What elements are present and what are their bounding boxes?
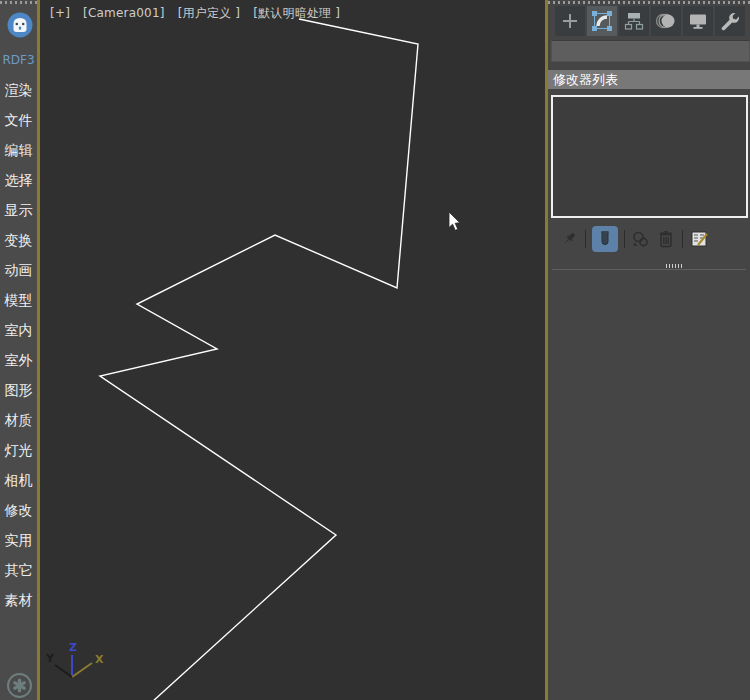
sidebar-item-camera[interactable]: 相机 <box>0 465 37 495</box>
object-name-field[interactable] <box>551 40 750 62</box>
sidebar-item-display[interactable]: 显示 <box>0 195 37 225</box>
remove-modifier-button[interactable] <box>655 228 677 250</box>
toolbar-separator <box>682 230 683 248</box>
sidebar-item-material[interactable]: 材质 <box>0 405 37 435</box>
app-window: RDF3 渲染 文件 编辑 选择 显示 变换 动画 模型 室内 室外 图形 材质… <box>0 0 750 700</box>
configure-sets-icon <box>690 230 710 248</box>
sidebar-item-utility[interactable]: 实用 <box>0 525 37 555</box>
world-axis-gizmo: Z X Y <box>40 638 130 700</box>
modifier-stack-list[interactable] <box>551 95 748 218</box>
scene-canvas[interactable] <box>40 0 545 700</box>
tab-hierarchy[interactable] <box>619 6 649 36</box>
pin-icon <box>560 230 578 248</box>
panel-grip-handle[interactable] <box>548 1 750 4</box>
show-end-result-button[interactable] <box>592 226 618 252</box>
panel-divider <box>552 269 746 270</box>
viewport-camera001[interactable]: [+] [Camera001] [用户定义 ] [默认明暗处理 ] Z X Y <box>40 0 545 700</box>
sidebar-item-light[interactable]: 灯光 <box>0 435 37 465</box>
command-panel: 修改器列表 <box>548 0 750 700</box>
left-sidebar: RDF3 渲染 文件 编辑 选择 显示 变换 动画 模型 室内 室外 图形 材质… <box>0 0 37 700</box>
sidebar-item-model[interactable]: 模型 <box>0 285 37 315</box>
hierarchy-icon <box>623 10 645 32</box>
sidebar-item-interior[interactable]: 室内 <box>0 315 37 345</box>
modify-icon <box>591 10 613 32</box>
modifier-list-label: 修改器列表 <box>553 72 618 87</box>
rollout-drag-dots[interactable] <box>666 267 682 268</box>
sidebar-item-render[interactable]: 渲染 <box>0 75 37 105</box>
axis-z-label: Z <box>69 641 77 654</box>
sidebar-item-asset[interactable]: 素材 <box>0 585 37 615</box>
toolbar-separator <box>585 230 586 248</box>
pin-stack-button[interactable] <box>558 228 580 250</box>
plus-icon <box>560 11 580 31</box>
sidebar-grip-handle[interactable] <box>0 1 37 4</box>
modifier-stack-toolbar <box>548 226 750 252</box>
axis-y-label: Y <box>45 652 55 665</box>
sidebar-item-select[interactable]: 选择 <box>0 165 37 195</box>
sidebar-item-modify[interactable]: 修改 <box>0 495 37 525</box>
sidebar-item-animation[interactable]: 动画 <box>0 255 37 285</box>
sidebar-menu: 渲染 文件 编辑 选择 显示 变换 动画 模型 室内 室外 图形 材质 灯光 相… <box>0 75 37 615</box>
settings-gear-icon[interactable] <box>6 672 33 699</box>
tab-create[interactable] <box>555 6 585 36</box>
tab-utilities[interactable] <box>715 6 745 36</box>
command-panel-tabs <box>555 6 745 36</box>
motion-icon <box>655 10 677 32</box>
spline-shape <box>100 19 418 700</box>
sidebar-item-edit[interactable]: 编辑 <box>0 135 37 165</box>
sidebar-item-exterior[interactable]: 室外 <box>0 345 37 375</box>
sidebar-item-transform[interactable]: 变换 <box>0 225 37 255</box>
axis-x-label: X <box>95 653 104 666</box>
configure-modifier-sets-button[interactable] <box>689 228 711 250</box>
tab-display[interactable] <box>683 6 713 36</box>
trash-icon <box>658 230 674 248</box>
toolbar-separator <box>624 230 625 248</box>
make-unique-icon <box>631 230 651 248</box>
app-logo-icon[interactable] <box>7 12 33 38</box>
show-end-result-icon <box>597 230 613 248</box>
logo-label[interactable]: RDF3 <box>0 53 37 67</box>
wrench-icon <box>719 10 741 32</box>
make-unique-button[interactable] <box>630 228 652 250</box>
sidebar-item-other[interactable]: 其它 <box>0 555 37 585</box>
tab-modify[interactable] <box>587 6 617 36</box>
sidebar-item-file[interactable]: 文件 <box>0 105 37 135</box>
tab-motion[interactable] <box>651 6 681 36</box>
sidebar-item-shape[interactable]: 图形 <box>0 375 37 405</box>
mouse-cursor-icon <box>448 212 462 232</box>
modifier-list-dropdown[interactable]: 修改器列表 <box>548 70 750 89</box>
display-icon <box>687 10 709 32</box>
